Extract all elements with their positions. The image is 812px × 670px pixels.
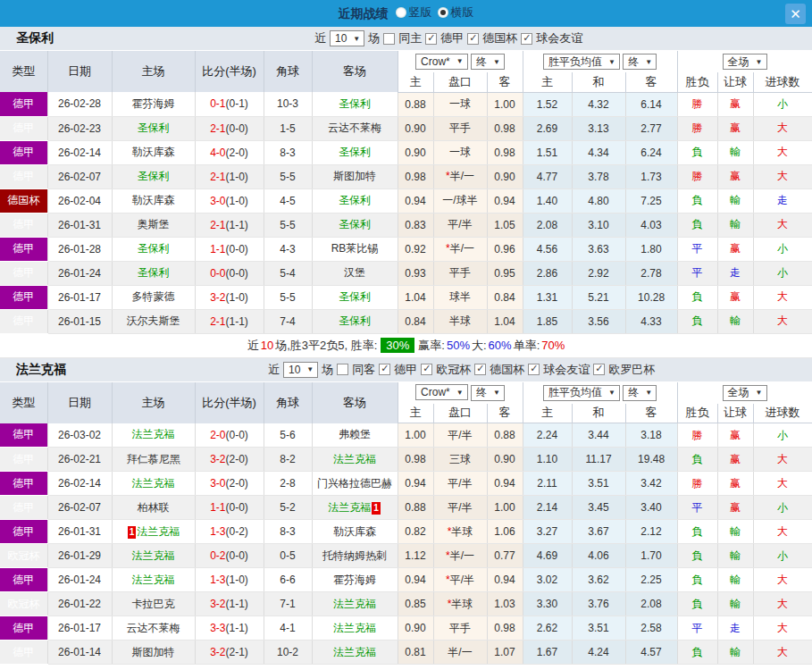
league-filter-label: 德国杯 [482, 30, 517, 46]
summary-text: 近 [247, 338, 259, 354]
scope-select[interactable]: 全场▼ [723, 54, 767, 70]
odds-company-select[interactable]: Crow*▼ [415, 384, 468, 400]
avg-draw: 11.17 [572, 448, 625, 472]
chevron-down-icon: ▼ [456, 389, 464, 397]
league-badge: 德甲 [0, 568, 47, 592]
avg-home: 1.51 [523, 140, 572, 164]
odds-away: 1.07 [487, 641, 523, 665]
same-venue-checkbox[interactable] [337, 364, 348, 375]
team-label: 法兰克福 [333, 646, 376, 658]
away-team: 托特纳姆热刺 [312, 544, 398, 568]
avg-away: 2.77 [625, 116, 677, 140]
subheader-odds-home: 主 [398, 404, 433, 423]
league-filter-checkbox[interactable] [379, 364, 390, 375]
odds-handicap: *半/一 [433, 164, 487, 188]
fulltime-score: 1-3 [210, 574, 225, 586]
halftime-score: (1-1) [226, 219, 248, 231]
fulltime-score: 0-0 [210, 267, 225, 280]
odds-home: 0.94 [398, 568, 433, 592]
avg-home: 1.85 [523, 309, 572, 333]
match-row: 德国杯26-02-04勒沃库森3-0(1-0)4-5圣保利0.94一/球半0.9… [0, 188, 812, 213]
avg-away: 3.18 [625, 423, 677, 448]
chevron-down-icon: ▼ [456, 57, 464, 65]
match-score: 3-2(2-1) [195, 641, 264, 665]
league-filter-checkbox[interactable] [593, 364, 605, 375]
summary-text: 10 [261, 339, 273, 352]
avg-draw: 4.80 [572, 188, 625, 213]
handicap-label: 平/半 [450, 574, 474, 586]
record-summary: 近10场,胜3平2负5, 胜率:30%赢率:50% 大:60% 单率:70% [0, 334, 812, 358]
corner-score: 5-5 [264, 164, 312, 188]
avg-odds-select[interactable]: 胜平负均值▼ [543, 54, 620, 70]
league-filter-checkbox[interactable] [474, 364, 486, 375]
league-filter-checkbox[interactable] [421, 364, 432, 375]
avg-home: 4.77 [523, 164, 572, 188]
match-score: 1-3(1-0) [195, 568, 264, 592]
close-icon: ✕ [790, 7, 801, 21]
result-handicap: 輸 [717, 188, 753, 213]
league-badge: 欧冠杯 [0, 544, 47, 568]
chevron-down-icon: ▼ [756, 389, 763, 397]
avg-draw: 2.92 [572, 261, 625, 285]
team-label: 托特纳姆热刺 [322, 549, 387, 562]
chevron-down-icon: ▼ [608, 58, 615, 66]
league-filter-checkbox[interactable] [425, 33, 437, 45]
corner-score: 1-5 [264, 116, 312, 140]
odds-company-select[interactable]: Crow*▼ [415, 54, 468, 70]
match-date: 26-02-14 [47, 140, 112, 164]
match-row: 德甲26-01-24圣保利0-0(0-0)5-4汉堡0.93平手0.952.86… [0, 261, 812, 285]
odds-home: 0.90 [398, 616, 433, 641]
odds-home: 1.04 [398, 285, 433, 309]
odds-away: 0.90 [487, 164, 523, 188]
avg-draw: 3.51 [572, 616, 625, 641]
recent-count-select[interactable]: 10▼ [283, 362, 318, 378]
halftime-score: (0-0) [226, 429, 248, 441]
handicap-label: 一/球半 [442, 194, 477, 206]
same-venue-label: 同主 [398, 30, 422, 46]
league-badge: 德甲 [0, 641, 47, 665]
league-filter-checkbox[interactable] [467, 33, 479, 45]
layout-radio-selected[interactable] [438, 7, 448, 18]
team-section-header: 法兰克福 近10▼场同客德甲欧冠杯德国杯球会友谊欧罗巴杯 [0, 358, 812, 382]
home-team: 1法兰克福 [112, 520, 195, 544]
odds-home: 0.92 [398, 237, 433, 261]
odds-handicap: *半/一 [433, 237, 487, 261]
match-date: 26-01-31 [47, 213, 112, 237]
odds-away: 0.95 [487, 261, 523, 285]
chevron-down-icon: ▼ [756, 58, 763, 66]
league-badge: 德国杯 [0, 188, 47, 213]
layout-radio-label: 横版 [451, 4, 474, 21]
chevron-down-icon: ▼ [306, 365, 314, 373]
recent-count-select[interactable]: 10▼ [330, 30, 364, 46]
avg-time-select[interactable]: 终▼ [623, 385, 657, 401]
league-filter-checkbox[interactable] [521, 33, 532, 45]
avg-time-select[interactable]: 终▼ [623, 54, 657, 70]
scope-select[interactable]: 全场▼ [723, 385, 767, 401]
avg-draw: 4.06 [572, 544, 625, 568]
layout-radio-option[interactable] [396, 7, 406, 18]
team-label: 弗赖堡 [339, 428, 371, 440]
odds-time-select[interactable]: 终▼ [471, 54, 505, 70]
avg-home: 1.40 [523, 188, 572, 213]
handicap-label: 一球 [449, 97, 471, 110]
home-team: 勒沃库森 [112, 140, 195, 164]
halftime-score: (1-0) [226, 574, 248, 586]
same-venue-checkbox[interactable] [383, 33, 395, 45]
league-filter-checkbox[interactable] [528, 364, 540, 375]
team-label: 法兰克福 [333, 622, 376, 634]
corner-score: 5-6 [264, 423, 312, 448]
filter-prefix-label: 近 [268, 362, 280, 378]
team-label: 圣保利 [339, 290, 371, 303]
home-team: 拜仁慕尼黑 [112, 448, 195, 472]
layout-radio-group: 竖版横版 [390, 4, 474, 21]
avg-away: 4.33 [625, 309, 677, 333]
summary-text: 60% [489, 339, 512, 352]
match-score: 2-1(1-1) [195, 309, 264, 333]
column-header-type: 类型 [0, 382, 47, 423]
away-team: 圣保利 [312, 140, 398, 164]
match-row: 德甲26-01-28圣保利1-1(0-0)4-3RB莱比锡0.92*半/一0.9… [0, 237, 812, 261]
odds-time-select[interactable]: 终▼ [471, 385, 505, 401]
column-header-score: 比分(半场) [195, 382, 264, 423]
avg-odds-select[interactable]: 胜平负均值▼ [543, 385, 620, 401]
close-button[interactable]: ✕ [785, 4, 806, 24]
